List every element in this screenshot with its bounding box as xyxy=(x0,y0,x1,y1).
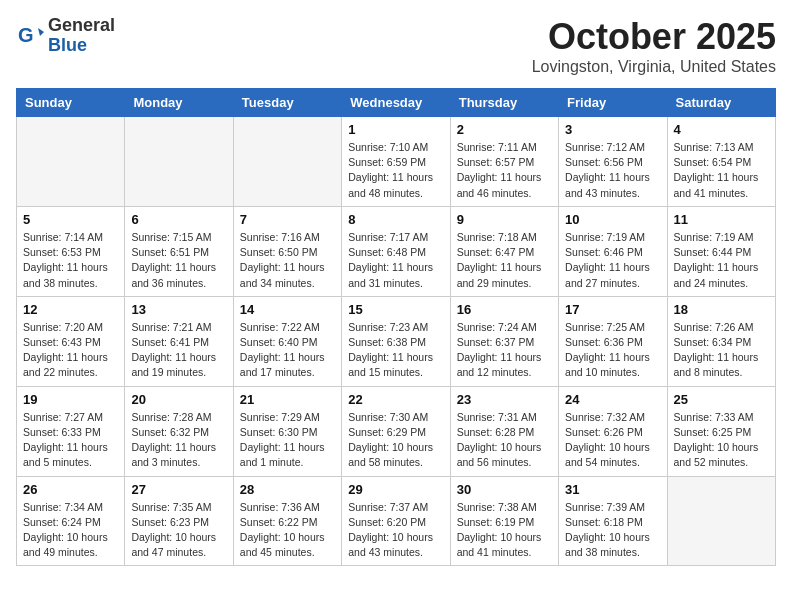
day-number: 31 xyxy=(565,482,660,497)
day-number: 16 xyxy=(457,302,552,317)
week-row-1: 1Sunrise: 7:10 AM Sunset: 6:59 PM Daylig… xyxy=(17,117,776,207)
day-number: 6 xyxy=(131,212,226,227)
calendar-cell: 28Sunrise: 7:36 AM Sunset: 6:22 PM Dayli… xyxy=(233,476,341,566)
day-number: 3 xyxy=(565,122,660,137)
day-number: 23 xyxy=(457,392,552,407)
day-info: Sunrise: 7:19 AM Sunset: 6:46 PM Dayligh… xyxy=(565,230,660,291)
day-info: Sunrise: 7:37 AM Sunset: 6:20 PM Dayligh… xyxy=(348,500,443,561)
day-info: Sunrise: 7:34 AM Sunset: 6:24 PM Dayligh… xyxy=(23,500,118,561)
calendar-cell xyxy=(233,117,341,207)
day-info: Sunrise: 7:21 AM Sunset: 6:41 PM Dayligh… xyxy=(131,320,226,381)
day-number: 4 xyxy=(674,122,769,137)
title-block: October 2025 Lovingston, Virginia, Unite… xyxy=(532,16,776,76)
day-info: Sunrise: 7:11 AM Sunset: 6:57 PM Dayligh… xyxy=(457,140,552,201)
calendar-cell xyxy=(667,476,775,566)
weekday-header-tuesday: Tuesday xyxy=(233,89,341,117)
calendar-cell: 22Sunrise: 7:30 AM Sunset: 6:29 PM Dayli… xyxy=(342,386,450,476)
calendar-cell: 12Sunrise: 7:20 AM Sunset: 6:43 PM Dayli… xyxy=(17,296,125,386)
day-number: 10 xyxy=(565,212,660,227)
day-number: 29 xyxy=(348,482,443,497)
logo-blue: Blue xyxy=(48,36,115,56)
weekday-header-row: SundayMondayTuesdayWednesdayThursdayFrid… xyxy=(17,89,776,117)
logo-icon: G xyxy=(16,22,44,50)
day-info: Sunrise: 7:15 AM Sunset: 6:51 PM Dayligh… xyxy=(131,230,226,291)
day-info: Sunrise: 7:19 AM Sunset: 6:44 PM Dayligh… xyxy=(674,230,769,291)
calendar-cell: 4Sunrise: 7:13 AM Sunset: 6:54 PM Daylig… xyxy=(667,117,775,207)
calendar-cell: 19Sunrise: 7:27 AM Sunset: 6:33 PM Dayli… xyxy=(17,386,125,476)
calendar-cell: 11Sunrise: 7:19 AM Sunset: 6:44 PM Dayli… xyxy=(667,206,775,296)
day-info: Sunrise: 7:20 AM Sunset: 6:43 PM Dayligh… xyxy=(23,320,118,381)
day-number: 28 xyxy=(240,482,335,497)
calendar-cell xyxy=(125,117,233,207)
day-number: 7 xyxy=(240,212,335,227)
day-info: Sunrise: 7:22 AM Sunset: 6:40 PM Dayligh… xyxy=(240,320,335,381)
calendar-cell: 23Sunrise: 7:31 AM Sunset: 6:28 PM Dayli… xyxy=(450,386,558,476)
day-info: Sunrise: 7:29 AM Sunset: 6:30 PM Dayligh… xyxy=(240,410,335,471)
weekday-header-sunday: Sunday xyxy=(17,89,125,117)
month-title: October 2025 xyxy=(532,16,776,58)
calendar-cell: 10Sunrise: 7:19 AM Sunset: 6:46 PM Dayli… xyxy=(559,206,667,296)
day-number: 27 xyxy=(131,482,226,497)
day-info: Sunrise: 7:28 AM Sunset: 6:32 PM Dayligh… xyxy=(131,410,226,471)
weekday-header-friday: Friday xyxy=(559,89,667,117)
calendar-cell: 3Sunrise: 7:12 AM Sunset: 6:56 PM Daylig… xyxy=(559,117,667,207)
day-number: 19 xyxy=(23,392,118,407)
calendar-cell: 27Sunrise: 7:35 AM Sunset: 6:23 PM Dayli… xyxy=(125,476,233,566)
day-number: 20 xyxy=(131,392,226,407)
day-info: Sunrise: 7:16 AM Sunset: 6:50 PM Dayligh… xyxy=(240,230,335,291)
day-number: 21 xyxy=(240,392,335,407)
calendar-table: SundayMondayTuesdayWednesdayThursdayFrid… xyxy=(16,88,776,566)
day-number: 24 xyxy=(565,392,660,407)
day-info: Sunrise: 7:23 AM Sunset: 6:38 PM Dayligh… xyxy=(348,320,443,381)
svg-text:G: G xyxy=(18,24,34,46)
day-number: 12 xyxy=(23,302,118,317)
logo: G General Blue xyxy=(16,16,115,56)
calendar-cell: 9Sunrise: 7:18 AM Sunset: 6:47 PM Daylig… xyxy=(450,206,558,296)
day-number: 30 xyxy=(457,482,552,497)
calendar-cell: 24Sunrise: 7:32 AM Sunset: 6:26 PM Dayli… xyxy=(559,386,667,476)
calendar-cell: 18Sunrise: 7:26 AM Sunset: 6:34 PM Dayli… xyxy=(667,296,775,386)
day-info: Sunrise: 7:24 AM Sunset: 6:37 PM Dayligh… xyxy=(457,320,552,381)
day-number: 15 xyxy=(348,302,443,317)
day-info: Sunrise: 7:12 AM Sunset: 6:56 PM Dayligh… xyxy=(565,140,660,201)
calendar-cell xyxy=(17,117,125,207)
day-number: 25 xyxy=(674,392,769,407)
day-info: Sunrise: 7:25 AM Sunset: 6:36 PM Dayligh… xyxy=(565,320,660,381)
day-number: 11 xyxy=(674,212,769,227)
calendar-cell: 26Sunrise: 7:34 AM Sunset: 6:24 PM Dayli… xyxy=(17,476,125,566)
day-info: Sunrise: 7:14 AM Sunset: 6:53 PM Dayligh… xyxy=(23,230,118,291)
calendar-cell: 15Sunrise: 7:23 AM Sunset: 6:38 PM Dayli… xyxy=(342,296,450,386)
day-info: Sunrise: 7:39 AM Sunset: 6:18 PM Dayligh… xyxy=(565,500,660,561)
day-info: Sunrise: 7:17 AM Sunset: 6:48 PM Dayligh… xyxy=(348,230,443,291)
day-info: Sunrise: 7:31 AM Sunset: 6:28 PM Dayligh… xyxy=(457,410,552,471)
week-row-3: 12Sunrise: 7:20 AM Sunset: 6:43 PM Dayli… xyxy=(17,296,776,386)
weekday-header-wednesday: Wednesday xyxy=(342,89,450,117)
day-number: 1 xyxy=(348,122,443,137)
day-info: Sunrise: 7:10 AM Sunset: 6:59 PM Dayligh… xyxy=(348,140,443,201)
calendar-cell: 21Sunrise: 7:29 AM Sunset: 6:30 PM Dayli… xyxy=(233,386,341,476)
calendar-cell: 31Sunrise: 7:39 AM Sunset: 6:18 PM Dayli… xyxy=(559,476,667,566)
calendar-cell: 1Sunrise: 7:10 AM Sunset: 6:59 PM Daylig… xyxy=(342,117,450,207)
day-info: Sunrise: 7:38 AM Sunset: 6:19 PM Dayligh… xyxy=(457,500,552,561)
calendar-cell: 17Sunrise: 7:25 AM Sunset: 6:36 PM Dayli… xyxy=(559,296,667,386)
day-number: 2 xyxy=(457,122,552,137)
location: Lovingston, Virginia, United States xyxy=(532,58,776,76)
page-header: G General Blue October 2025 Lovingston, … xyxy=(16,16,776,76)
weekday-header-thursday: Thursday xyxy=(450,89,558,117)
svg-marker-1 xyxy=(38,28,44,36)
day-info: Sunrise: 7:33 AM Sunset: 6:25 PM Dayligh… xyxy=(674,410,769,471)
calendar-cell: 13Sunrise: 7:21 AM Sunset: 6:41 PM Dayli… xyxy=(125,296,233,386)
calendar-cell: 14Sunrise: 7:22 AM Sunset: 6:40 PM Dayli… xyxy=(233,296,341,386)
week-row-4: 19Sunrise: 7:27 AM Sunset: 6:33 PM Dayli… xyxy=(17,386,776,476)
calendar-cell: 30Sunrise: 7:38 AM Sunset: 6:19 PM Dayli… xyxy=(450,476,558,566)
day-info: Sunrise: 7:35 AM Sunset: 6:23 PM Dayligh… xyxy=(131,500,226,561)
day-number: 13 xyxy=(131,302,226,317)
calendar-cell: 29Sunrise: 7:37 AM Sunset: 6:20 PM Dayli… xyxy=(342,476,450,566)
day-info: Sunrise: 7:27 AM Sunset: 6:33 PM Dayligh… xyxy=(23,410,118,471)
day-info: Sunrise: 7:32 AM Sunset: 6:26 PM Dayligh… xyxy=(565,410,660,471)
day-info: Sunrise: 7:13 AM Sunset: 6:54 PM Dayligh… xyxy=(674,140,769,201)
day-info: Sunrise: 7:30 AM Sunset: 6:29 PM Dayligh… xyxy=(348,410,443,471)
week-row-2: 5Sunrise: 7:14 AM Sunset: 6:53 PM Daylig… xyxy=(17,206,776,296)
calendar-cell: 25Sunrise: 7:33 AM Sunset: 6:25 PM Dayli… xyxy=(667,386,775,476)
day-number: 26 xyxy=(23,482,118,497)
